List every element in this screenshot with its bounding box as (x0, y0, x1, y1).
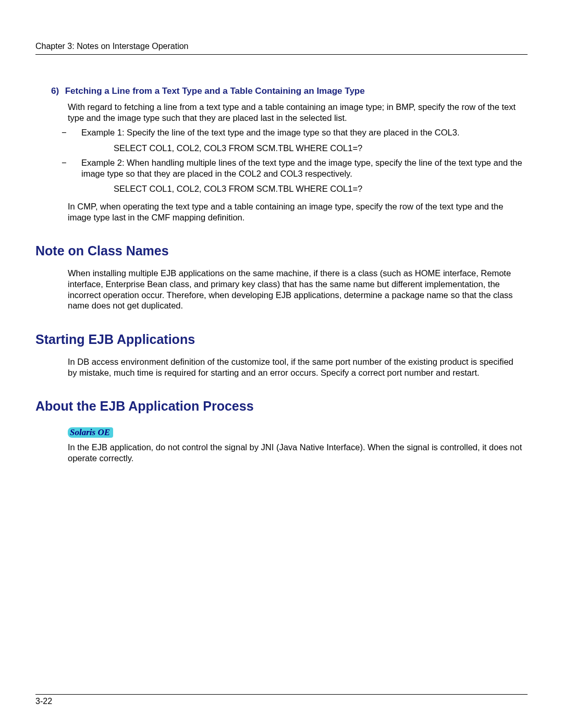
example-2-text: Example 2: When handling multiple lines … (81, 157, 522, 179)
example-2-item: − Example 2: When handling multiple line… (62, 157, 522, 179)
about-ejb-heading: About the EJB Application Process (35, 399, 528, 414)
section-6-number: 6) (51, 86, 63, 96)
starting-ejb-body: In DB access environment definition of t… (68, 356, 522, 378)
note-class-heading: Note on Class Names (35, 243, 528, 258)
section-6-title: 6) Fetching a Line from a Text Type and … (51, 86, 528, 96)
example-1-item: − Example 1: Specify the line of the tex… (62, 127, 522, 138)
footer-rule (35, 694, 528, 695)
example-2-code: SELECT COL1, COL2, COL3 FROM SCM.TBL WHE… (114, 184, 528, 194)
section-6-heading-text: Fetching a Line from a Text Type and a T… (65, 86, 365, 96)
example-1-code: SELECT COL1, COL2, COL3 FROM SCM.TBL WHE… (114, 143, 528, 153)
page-number: 3-22 (35, 697, 52, 706)
dash-bullet-icon: − (62, 127, 81, 138)
note-class-body: When installing multiple EJB application… (68, 268, 522, 311)
section-6-intro: With regard to fetching a line from a te… (68, 102, 522, 123)
starting-ejb-heading: Starting EJB Applications (35, 332, 528, 347)
solaris-badge: Solaris OE (68, 427, 113, 438)
example-1-text: Example 1: Specify the line of the text … (81, 127, 460, 138)
about-ejb-body: In the EJB application, do not control t… (68, 442, 522, 463)
section-6-outro: In CMP, when operating the text type and… (68, 201, 522, 223)
dash-bullet-icon: − (62, 157, 81, 179)
running-header: Chapter 3: Notes on Interstage Operation (35, 42, 528, 55)
